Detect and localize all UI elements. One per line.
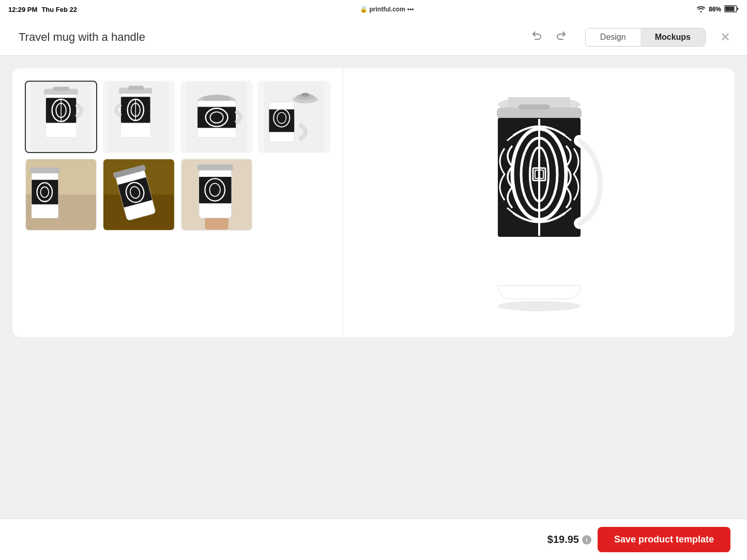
thumbnails-panel xyxy=(12,68,343,337)
gray-space xyxy=(0,337,747,534)
time-display: 12:29 PM xyxy=(8,6,37,13)
product-title: Travel mug with a handle xyxy=(12,27,151,47)
save-product-template-button[interactable]: Save product template xyxy=(598,527,730,552)
thumbnail-1[interactable] xyxy=(25,81,97,153)
main-content xyxy=(0,56,747,337)
thumbnails-row-2 xyxy=(25,158,330,231)
status-bar-left: 12:29 PM Thu Feb 22 xyxy=(8,6,77,13)
svg-rect-30 xyxy=(269,110,294,132)
undo-button[interactable] xyxy=(527,28,547,46)
thumbnail-6[interactable] xyxy=(102,158,175,231)
thumbnail-5[interactable] xyxy=(25,158,97,231)
more-dots-icon: ••• xyxy=(407,6,414,13)
svg-rect-39 xyxy=(32,180,58,205)
svg-point-35 xyxy=(301,93,310,97)
price-value: $19.95 xyxy=(547,534,579,546)
svg-point-74 xyxy=(498,301,581,311)
svg-rect-43 xyxy=(30,168,60,173)
battery-icon xyxy=(724,5,739,14)
svg-rect-60 xyxy=(197,164,233,170)
thumbnail-4[interactable] xyxy=(258,81,330,153)
svg-rect-5 xyxy=(53,87,69,91)
svg-rect-24 xyxy=(197,107,236,128)
wifi-icon xyxy=(696,5,706,14)
svg-rect-19 xyxy=(121,123,150,137)
svg-rect-42 xyxy=(32,205,58,218)
thumbnails-row-1 xyxy=(25,81,330,153)
date-display: Thu Feb 22 xyxy=(41,6,77,13)
status-bar-right: 86% xyxy=(696,5,739,14)
undo-redo-group xyxy=(527,28,571,46)
tab-mockups[interactable]: Mockups xyxy=(641,28,705,46)
svg-rect-27 xyxy=(197,128,236,138)
mug-svg xyxy=(467,89,612,316)
price-display: $19.95 i xyxy=(547,534,591,546)
bottom-bar: $19.95 i Save product template xyxy=(0,519,747,560)
status-bar-center: 🔒 printful.com ••• xyxy=(360,6,414,13)
battery-percentage: 86% xyxy=(709,6,721,13)
product-title-area: Travel mug with a handle xyxy=(12,27,151,47)
lock-icon: 🔒 xyxy=(360,6,368,13)
top-nav: Travel mug with a handle Design Mockups … xyxy=(0,19,747,56)
content-card xyxy=(12,68,735,337)
thumbnail-3[interactable] xyxy=(180,81,253,153)
status-bar: 12:29 PM Thu Feb 22 🔒 printful.com ••• 8… xyxy=(0,0,747,19)
close-button[interactable]: ✕ xyxy=(716,28,735,47)
thumbnail-2[interactable] xyxy=(102,81,175,153)
svg-rect-1 xyxy=(725,6,735,11)
main-mug-image xyxy=(456,84,622,322)
url-display: printful.com xyxy=(370,6,405,13)
main-image-panel xyxy=(343,68,735,337)
view-tabs: Design Mockups xyxy=(585,28,706,47)
info-icon[interactable]: i xyxy=(582,535,591,544)
svg-rect-65 xyxy=(519,104,550,110)
thumbnail-7[interactable] xyxy=(180,158,253,231)
nav-center: Design Mockups ✕ xyxy=(527,28,735,47)
redo-button[interactable] xyxy=(551,28,571,46)
svg-rect-73 xyxy=(498,237,581,289)
svg-rect-14 xyxy=(129,86,144,90)
svg-rect-57 xyxy=(199,177,231,203)
tab-design[interactable]: Design xyxy=(586,28,641,46)
svg-rect-10 xyxy=(46,123,76,137)
